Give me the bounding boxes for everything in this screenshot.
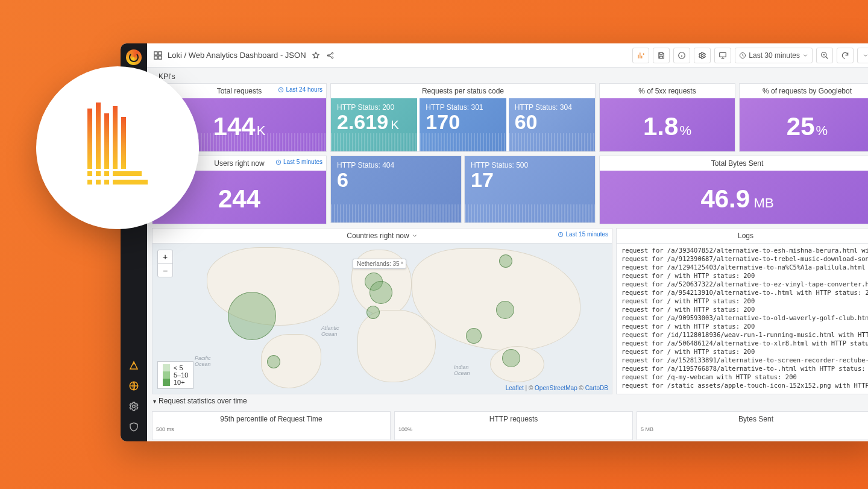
log-line: request for /q-my-webcam with HTTP statu…	[621, 373, 868, 381]
log-line: request for / with HTTP status: 200	[621, 347, 868, 356]
svg-point-8	[332, 57, 333, 58]
svg-rect-23	[96, 171, 101, 176]
grafana-window: Loki / Web Analytics Dashboard - JSON	[121, 43, 868, 441]
time-range-picker[interactable]: Last 30 minutes	[735, 48, 813, 63]
map-zoom-control: + −	[157, 250, 173, 277]
map-attribution: Leaflet | © OpenStreetMap © CartoDB	[506, 385, 608, 391]
panel-pct-5xx[interactable]: % of 5xx requests 1.8%	[599, 83, 735, 152]
svg-point-6	[327, 54, 329, 55]
zoom-out-button[interactable]	[816, 48, 833, 63]
info-button[interactable]	[673, 48, 690, 63]
svg-rect-17	[87, 109, 92, 169]
log-line: request for / with HTTP status: 200	[621, 271, 868, 280]
panel-per-status-bottom[interactable]: HTTP Status: 404 6 HTTP Status: 500 17	[330, 156, 596, 224]
map-tooltip: Netherlands: 35×	[353, 259, 406, 269]
shield-icon[interactable]	[128, 421, 140, 433]
loki-logo-icon	[75, 103, 160, 193]
svg-rect-3	[159, 51, 162, 54]
close-icon[interactable]: ×	[400, 260, 403, 266]
settings-button[interactable]	[694, 48, 711, 63]
svg-rect-11	[720, 52, 726, 57]
refresh-interval-dropdown[interactable]	[857, 48, 868, 63]
refresh-button[interactable]	[837, 48, 854, 63]
world-map[interactable]: PacificOcean AtlanticOcean IndianOcean	[153, 243, 612, 394]
log-line: request for /a/520637322/alternative-to-…	[621, 280, 868, 288]
svg-rect-24	[104, 171, 109, 176]
log-line: request for / with HTTP status: 200	[621, 297, 868, 305]
map-legend: < 5 5–10 10+	[157, 361, 193, 389]
status-tile-200[interactable]: HTTP Status: 200 2.619 K	[331, 98, 417, 151]
log-line: request for /a/393407852/alternative-to-…	[621, 246, 868, 254]
svg-rect-21	[121, 117, 126, 169]
monitor-button[interactable]	[714, 48, 731, 63]
gear-icon[interactable]	[128, 400, 140, 412]
svg-rect-18	[96, 103, 101, 169]
breadcrumb[interactable]: Loki / Web Analytics Dashboard - JSON	[168, 51, 306, 60]
log-line: request for /a/1195766878/alternative-to…	[621, 364, 868, 373]
status-tile-301[interactable]: HTTP Status: 301 170	[420, 98, 506, 151]
svg-rect-27	[113, 171, 142, 176]
panel-logs[interactable]: Logs request for /a/393407852/alternativ…	[616, 228, 868, 394]
log-line: request for /a/1294125403/alternative-to…	[621, 263, 868, 271]
svg-rect-22	[87, 171, 92, 176]
svg-rect-30	[104, 180, 109, 185]
time-badge: Last 5 minutes	[275, 159, 322, 165]
svg-rect-29	[96, 180, 101, 185]
loki-logo-badge	[36, 66, 199, 229]
status-tile-404[interactable]: HTTP Status: 404 6	[330, 156, 462, 223]
panel-bytes-chart[interactable]: Bytes Sent 5 MB	[637, 411, 868, 440]
panel-p95[interactable]: 95th percentile of Request Time 500 ms	[152, 411, 391, 440]
save-button[interactable]	[653, 48, 670, 63]
time-range-label: Last 30 minutes	[749, 51, 800, 60]
chevron-down-icon: ▾	[153, 398, 156, 405]
dashboard-content: ▾ KPI's Total requests Last 24 hours 144	[147, 68, 868, 441]
time-badge: Last 15 minutes	[558, 231, 608, 238]
log-line: request for /static assets/apple-touch-i…	[621, 381, 868, 390]
globe-icon[interactable]	[128, 380, 140, 392]
log-line: request for /a/506486124/alternative-to-…	[621, 339, 868, 347]
status-tile-500[interactable]: HTTP Status: 500 17	[464, 156, 596, 223]
svg-rect-20	[113, 106, 118, 169]
log-line: request for /a/954213910/alternative-to-…	[621, 288, 868, 297]
svg-point-1	[133, 405, 136, 408]
star-icon[interactable]	[311, 51, 321, 60]
alert-icon[interactable]	[128, 359, 140, 371]
svg-rect-2	[154, 51, 157, 54]
zoom-in-button[interactable]: +	[158, 250, 172, 263]
topbar: Loki / Web Analytics Dashboard - JSON	[147, 43, 868, 68]
chevron-down-icon	[412, 233, 418, 239]
log-line: request for /id/1128018936/weav-run-1-ru…	[621, 330, 868, 339]
section-kpis[interactable]: ▾ KPI's	[152, 70, 868, 83]
svg-rect-4	[154, 55, 157, 58]
section-request-stats[interactable]: ▾ Request statistics over time	[152, 394, 868, 408]
zoom-out-button[interactable]: −	[158, 263, 172, 277]
time-badge: Last 24 hours	[278, 86, 322, 93]
grafana-logo-icon[interactable]	[126, 49, 142, 65]
log-line: request for / with HTTP status: 200	[621, 322, 868, 330]
log-line: request for / with HTTP status: 200	[621, 305, 868, 314]
panel-countries[interactable]: Countries right now Last 15 minutes	[152, 228, 612, 394]
svg-point-7	[332, 52, 333, 54]
main-area: Loki / Web Analytics Dashboard - JSON	[147, 43, 868, 441]
panel-http-requests[interactable]: HTTP requests 100%	[394, 411, 633, 440]
dashboard-grid-icon[interactable]	[153, 51, 163, 60]
log-line: request for /a/1528133891/alternative-to…	[621, 356, 868, 364]
svg-point-10	[702, 54, 704, 57]
log-line: request for /a/912390687/alternative-to-…	[621, 254, 868, 263]
svg-rect-5	[159, 55, 162, 58]
share-icon[interactable]	[326, 51, 335, 60]
panel-pct-googlebot[interactable]: % of requests by Googlebot 25%	[739, 83, 868, 152]
svg-rect-31	[113, 180, 148, 185]
logs-list[interactable]: request for /a/393407852/alternative-to-…	[617, 243, 868, 394]
log-line: request for /a/909593003/alternative-to-…	[621, 314, 868, 322]
panel-bytes-sent[interactable]: Total Bytes Sent 46.9 MB	[599, 156, 868, 224]
svg-rect-19	[104, 113, 109, 169]
add-panel-button[interactable]	[632, 48, 649, 63]
svg-rect-28	[87, 180, 92, 185]
panel-per-status[interactable]: Requests per status code HTTP Status: 20…	[330, 83, 596, 152]
status-tile-304[interactable]: HTTP Status: 304 60	[509, 98, 595, 151]
